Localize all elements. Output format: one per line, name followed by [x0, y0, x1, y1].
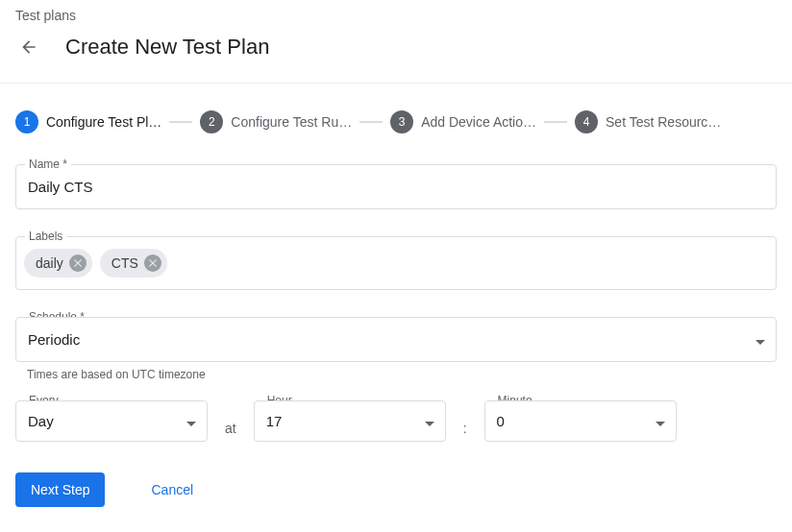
step-1-circle: 1: [15, 110, 38, 133]
step-line: [169, 121, 192, 123]
step-line: [359, 121, 383, 123]
content-area: 1 Configure Test Pl… 2 Configure Test Ru…: [0, 84, 792, 522]
chip-daily: daily: [24, 249, 92, 278]
chip-label: CTS: [111, 255, 138, 271]
step-2-circle: 2: [200, 110, 223, 133]
name-input[interactable]: [15, 164, 777, 209]
step-4-label: Set Test Resourc…: [606, 114, 721, 130]
step-1[interactable]: 1 Configure Test Pl…: [15, 110, 161, 133]
chip-remove-icon[interactable]: [69, 254, 87, 272]
page-title: Create New Test Plan: [65, 35, 269, 60]
every-select[interactable]: [15, 400, 208, 442]
schedule-select[interactable]: [15, 317, 777, 362]
schedule-row: Every at Hour : Minute: [15, 400, 777, 442]
every-field: Every: [15, 400, 208, 442]
schedule-field-group: Schedule *: [15, 317, 777, 362]
at-text: at: [225, 407, 236, 436]
schedule-helper: Times are based on UTC timezone: [15, 368, 777, 381]
next-step-button[interactable]: Next Step: [15, 472, 105, 507]
labels-field-group: Labels daily CTS: [15, 236, 777, 290]
chip-label: daily: [36, 255, 63, 271]
back-arrow-icon[interactable]: [17, 36, 40, 59]
hour-select[interactable]: [254, 400, 446, 442]
name-field-group: Name *: [15, 164, 777, 209]
step-2-label: Configure Test Ru…: [231, 114, 352, 130]
chip-remove-icon[interactable]: [144, 254, 161, 272]
step-2[interactable]: 2 Configure Test Ru…: [200, 110, 352, 133]
name-label: Name *: [25, 157, 71, 171]
stepper: 1 Configure Test Pl… 2 Configure Test Ru…: [15, 110, 777, 133]
actions-row: Next Step Cancel: [15, 472, 777, 507]
cancel-button[interactable]: Cancel: [143, 472, 201, 507]
hour-field: Hour: [254, 400, 446, 442]
step-line: [544, 121, 567, 123]
labels-container[interactable]: daily CTS: [15, 236, 777, 290]
minute-field: Minute: [484, 400, 677, 442]
step-4-circle: 4: [575, 110, 598, 133]
step-3-label: Add Device Actio…: [421, 114, 536, 130]
breadcrumb: Test plans: [0, 0, 792, 31]
minute-select[interactable]: [484, 400, 677, 442]
chip-cts: CTS: [100, 249, 167, 278]
step-4[interactable]: 4 Set Test Resourc…: [575, 110, 721, 133]
colon-text: :: [463, 407, 467, 436]
step-1-label: Configure Test Pl…: [46, 114, 161, 130]
step-3-circle: 3: [390, 110, 413, 133]
labels-label: Labels: [25, 230, 66, 243]
step-3[interactable]: 3 Add Device Actio…: [390, 110, 536, 133]
header-row: Create New Test Plan: [0, 31, 792, 84]
